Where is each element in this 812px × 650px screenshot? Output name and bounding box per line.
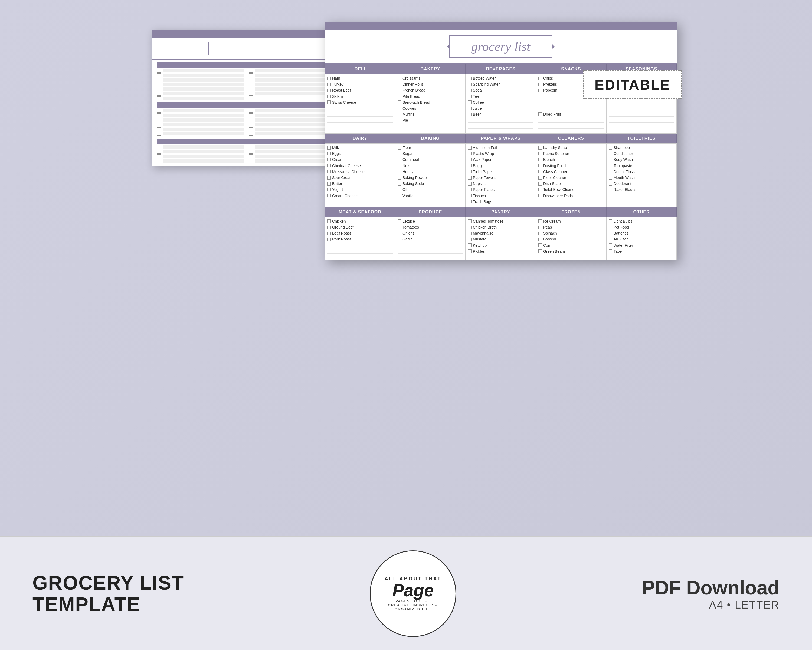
checkbox[interactable] [609,237,612,241]
checkbox[interactable] [157,92,161,96]
checkbox[interactable] [327,158,331,161]
checkbox[interactable] [538,237,542,241]
checkbox[interactable] [468,188,472,191]
checkbox[interactable] [398,176,401,180]
checkbox[interactable] [327,237,331,241]
checkbox[interactable] [398,83,401,86]
checkbox[interactable] [398,194,401,197]
checkbox[interactable] [249,123,253,127]
checkbox[interactable] [609,152,612,156]
checkbox[interactable] [538,170,542,173]
checkbox[interactable] [327,83,331,86]
checkbox[interactable] [398,170,401,173]
checkbox[interactable] [468,107,472,110]
checkbox[interactable] [468,249,472,253]
checkbox[interactable] [468,176,472,180]
checkbox[interactable] [609,188,612,191]
checkbox[interactable] [249,132,253,136]
checkbox[interactable] [538,176,542,180]
checkbox[interactable] [398,226,401,229]
checkbox[interactable] [157,145,161,149]
checkbox[interactable] [327,170,331,173]
checkbox[interactable] [609,164,612,167]
checkbox[interactable] [538,83,542,86]
checkbox[interactable] [538,232,542,235]
checkbox[interactable] [538,76,542,80]
checkbox[interactable] [157,159,161,163]
checkbox[interactable] [468,89,472,92]
checkbox[interactable] [468,243,472,247]
checkbox[interactable] [157,127,161,131]
checkbox[interactable] [327,188,331,191]
checkbox[interactable] [609,158,612,161]
checkbox[interactable] [157,69,161,73]
checkbox[interactable] [538,226,542,229]
checkbox[interactable] [398,119,401,122]
checkbox[interactable] [249,87,253,91]
checkbox[interactable] [468,146,472,150]
checkbox[interactable] [327,232,331,235]
checkbox[interactable] [327,152,331,156]
checkbox[interactable] [157,73,161,77]
checkbox[interactable] [249,127,253,131]
checkbox[interactable] [398,113,401,116]
checkbox[interactable] [398,89,401,92]
checkbox[interactable] [609,232,612,235]
checkbox[interactable] [468,237,472,241]
checkbox[interactable] [609,226,612,229]
checkbox[interactable] [327,226,331,229]
checkbox[interactable] [327,76,331,80]
checkbox[interactable] [157,113,161,117]
checkbox[interactable] [249,159,253,163]
checkbox[interactable] [468,101,472,104]
checkbox[interactable] [468,95,472,98]
checkbox[interactable] [538,188,542,191]
checkbox[interactable] [157,87,161,91]
checkbox[interactable] [538,146,542,150]
checkbox[interactable] [157,132,161,136]
checkbox[interactable] [327,182,331,185]
checkbox[interactable] [327,219,331,223]
checkbox[interactable] [327,164,331,167]
checkbox[interactable] [468,226,472,229]
checkbox[interactable] [609,170,612,173]
checkbox[interactable] [538,164,542,167]
checkbox[interactable] [249,69,253,73]
checkbox[interactable] [609,219,612,223]
checkbox[interactable] [609,146,612,150]
checkbox[interactable] [468,200,472,203]
checkbox[interactable] [249,109,253,113]
checkbox[interactable] [157,150,161,154]
checkbox[interactable] [157,96,161,100]
checkbox[interactable] [327,89,331,92]
checkbox[interactable] [538,219,542,223]
checkbox[interactable] [249,83,253,86]
checkbox[interactable] [538,158,542,161]
checkbox[interactable] [609,249,612,253]
checkbox[interactable] [468,170,472,173]
checkbox[interactable] [327,146,331,150]
checkbox[interactable] [609,176,612,180]
checkbox[interactable] [249,118,253,122]
checkbox[interactable] [249,92,253,96]
checkbox[interactable] [157,123,161,127]
checkbox[interactable] [538,152,542,156]
checkbox[interactable] [249,154,253,158]
checkbox[interactable] [538,112,542,116]
checkbox[interactable] [327,176,331,180]
checkbox[interactable] [398,95,401,98]
checkbox[interactable] [468,158,472,161]
checkbox[interactable] [538,249,542,253]
checkbox[interactable] [327,101,331,104]
checkbox[interactable] [398,76,401,80]
checkbox[interactable] [468,152,472,156]
checkbox[interactable] [157,78,161,82]
checkbox[interactable] [398,219,401,223]
checkbox[interactable] [398,101,401,104]
checkbox[interactable] [398,237,401,241]
checkbox[interactable] [157,83,161,86]
checkbox[interactable] [468,113,472,116]
checkbox[interactable] [538,243,542,247]
checkbox[interactable] [468,194,472,197]
checkbox[interactable] [249,78,253,82]
